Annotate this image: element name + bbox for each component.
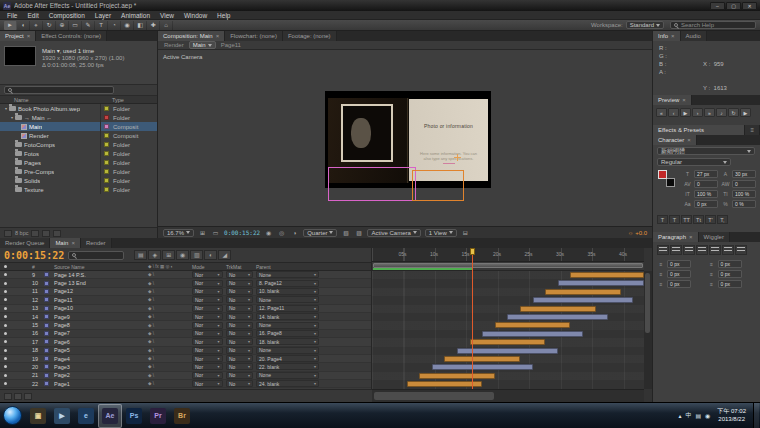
justify-last-right-button[interactable]: [722, 245, 734, 255]
layer-duration-bar[interactable]: [533, 297, 634, 303]
superscript-button[interactable]: T': [705, 215, 716, 224]
layer-duration-bar[interactable]: [495, 322, 571, 328]
blend-mode-dropdown[interactable]: Nor▾: [192, 338, 223, 345]
resolution-dropdown[interactable]: Quarter: [303, 229, 337, 237]
fill-color-swatch[interactable]: [658, 170, 667, 179]
vertical-scrollbar[interactable]: [644, 271, 652, 389]
label-color-chip[interactable]: [104, 106, 109, 111]
time-ruler[interactable]: 05s10s15s20s25s30s35s40s: [372, 248, 644, 262]
draft-3d-icon[interactable]: ⊞: [162, 250, 175, 260]
blend-mode-dropdown[interactable]: Nor▾: [192, 271, 223, 278]
trkmat-dropdown[interactable]: No▾: [226, 363, 253, 370]
label-color-chip[interactable]: [44, 289, 49, 294]
align-center-button[interactable]: [670, 245, 682, 255]
axis-mode-button[interactable]: ⌂: [160, 21, 173, 30]
layer-duration-bar[interactable]: [444, 356, 520, 362]
paragraph-tab-paragraph[interactable]: Paragraph×: [653, 232, 699, 242]
frame-blend-icon[interactable]: ▥: [190, 250, 203, 260]
anchor-point-crosshair[interactable]: [454, 154, 461, 161]
spacing-value[interactable]: 0 px: [718, 280, 742, 288]
breadcrumb-main-dropdown[interactable]: Main: [189, 41, 216, 49]
layer-switch-icons[interactable]: ◆ \: [148, 306, 192, 311]
layer-row-page10[interactable]: 13Page10◆ \Nor▾No▾12. Page11▾: [0, 305, 371, 313]
kerning-value[interactable]: 0: [694, 180, 718, 188]
minimize-button[interactable]: –: [710, 2, 725, 10]
project-item-pages[interactable]: PagesFolder: [0, 158, 157, 167]
menu-layer[interactable]: Layer: [90, 11, 116, 19]
label-color-chip[interactable]: [104, 160, 109, 165]
info-tab-info[interactable]: Info×: [653, 31, 681, 41]
trkmat-dropdown[interactable]: No▾: [226, 271, 253, 278]
label-color-chip[interactable]: [104, 142, 109, 147]
audio-button[interactable]: ♪: [716, 108, 727, 117]
trkmat-dropdown[interactable]: No▾: [226, 322, 253, 329]
trkmat-dropdown[interactable]: No▾: [226, 355, 253, 362]
timeline-tab-render[interactable]: Render: [81, 238, 112, 248]
parent-dropdown[interactable]: None▾: [256, 322, 319, 329]
indent-left-value[interactable]: 0 px: [667, 260, 691, 268]
project-item-main[interactable]: ▾→ Main ←Folder: [0, 113, 157, 122]
vertical-scale-value[interactable]: 100 %: [694, 190, 718, 198]
trkmat-dropdown[interactable]: No▾: [226, 305, 253, 312]
tracking-value[interactable]: 0: [732, 180, 756, 188]
parent-dropdown[interactable]: None▾: [256, 372, 319, 379]
blend-mode-dropdown[interactable]: Nor▾: [192, 280, 223, 287]
safe-areas-icon[interactable]: ⊞: [198, 229, 207, 236]
timeline-search-input[interactable]: [68, 251, 124, 260]
label-color-chip[interactable]: [44, 297, 49, 302]
previous-frame-button[interactable]: ‹: [668, 108, 679, 117]
layer-duration-bar[interactable]: [407, 381, 483, 387]
layer-wireframe-orange[interactable]: [412, 170, 464, 201]
layer-row-page-14-p-s[interactable]: 9Page 14 P.S.◆ \Nor▾No▾None▾: [0, 271, 371, 279]
parent-dropdown[interactable]: 14. blank▾: [256, 313, 319, 320]
blend-mode-dropdown[interactable]: Nor▾: [192, 288, 223, 295]
project-tab-effect-controls-none[interactable]: Effect Controls: (none): [36, 31, 107, 41]
visibility-eye-icon[interactable]: [4, 298, 7, 301]
panel-menu-icon[interactable]: ≡: [745, 125, 760, 135]
close-icon[interactable]: ×: [671, 33, 675, 39]
zoom-tool[interactable]: ⌖: [30, 21, 43, 30]
menu-edit[interactable]: Edit: [22, 11, 43, 19]
info-tab-audio[interactable]: Audio: [681, 31, 707, 41]
breadcrumb-render[interactable]: Render: [164, 42, 184, 48]
vertical-scroll-thumb[interactable]: [645, 273, 650, 333]
trkmat-dropdown[interactable]: No▾: [226, 372, 253, 379]
column-mode[interactable]: Mode: [192, 264, 226, 270]
visibility-eye-icon[interactable]: [4, 332, 7, 335]
blend-mode-dropdown[interactable]: Nor▾: [192, 313, 223, 320]
taskbar-explorer[interactable]: ▣: [26, 404, 50, 428]
label-color-chip[interactable]: [104, 187, 109, 192]
column-parent[interactable]: Parent: [256, 264, 326, 270]
blend-mode-dropdown[interactable]: Nor▾: [192, 355, 223, 362]
parent-dropdown[interactable]: 10. blank▾: [256, 288, 319, 295]
parent-dropdown[interactable]: 24. blank▾: [256, 380, 319, 387]
timeline-tab-main[interactable]: Main×: [50, 238, 81, 248]
start-button[interactable]: [3, 406, 22, 425]
hide-shy-icon[interactable]: ◉: [176, 250, 189, 260]
visibility-eye-icon[interactable]: [4, 324, 7, 327]
puppet-pin-tool[interactable]: ✚: [147, 21, 160, 30]
view-layout-dropdown[interactable]: 1 View: [425, 229, 457, 237]
menu-file[interactable]: File: [2, 11, 22, 19]
trkmat-dropdown[interactable]: No▾: [226, 380, 253, 387]
first-line-indent-value[interactable]: 0 px: [667, 280, 691, 288]
label-color-chip[interactable]: [104, 133, 109, 138]
horizontal-scrollbar[interactable]: [372, 389, 644, 402]
visibility-eye-icon[interactable]: [4, 349, 7, 352]
horizontal-scroll-thumb[interactable]: [374, 392, 494, 400]
layer-duration-bar[interactable]: [570, 272, 644, 278]
label-color-chip[interactable]: [104, 151, 109, 156]
visibility-eye-icon[interactable]: [4, 374, 7, 377]
visibility-eye-icon[interactable]: [4, 357, 7, 360]
layer-row-page-13-end[interactable]: 10Page 13 End◆ \Nor▾No▾8. Page12▾: [0, 279, 371, 287]
layer-duration-bar[interactable]: [558, 280, 644, 286]
parent-dropdown[interactable]: None▾: [256, 347, 319, 354]
close-icon[interactable]: ×: [27, 33, 31, 39]
project-item-texture[interactable]: TextureFolder: [0, 185, 157, 194]
label-color-chip[interactable]: [44, 348, 49, 353]
last-frame-button[interactable]: »: [704, 108, 715, 117]
taskbar-premiere[interactable]: Pr: [146, 404, 170, 428]
current-time-indicator[interactable]: [472, 248, 473, 389]
close-icon[interactable]: ×: [682, 97, 686, 103]
menu-view[interactable]: View: [155, 11, 179, 19]
